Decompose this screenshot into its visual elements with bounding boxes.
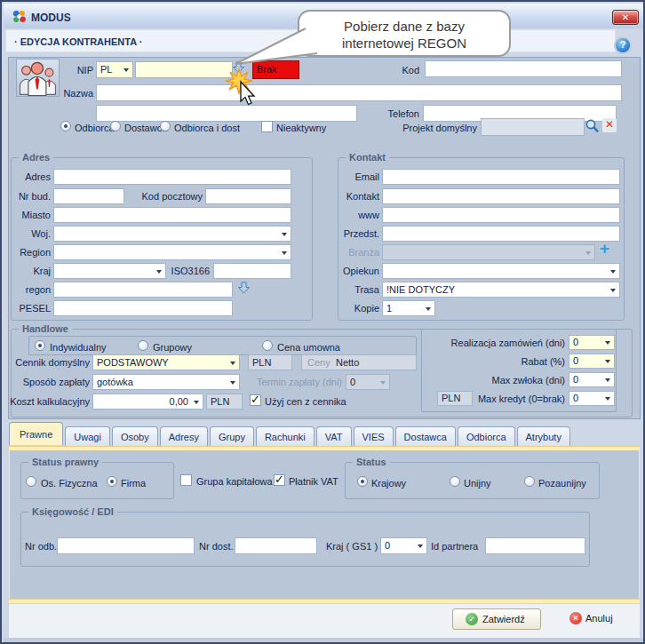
search-icon[interactable] — [585, 118, 600, 133]
uzyj-cen-checkbox[interactable] — [250, 394, 261, 406]
chevron-down-icon — [282, 251, 287, 255]
nip-country-value: PL — [100, 64, 112, 75]
tab-dostawca[interactable]: Dostawca — [395, 426, 456, 446]
radio-krajowy[interactable] — [357, 476, 368, 487]
koszt-label: Koszt kalkulacyjny — [2, 396, 90, 408]
projekt-label: Projekt domyślny — [402, 123, 477, 134]
kod-label: Kod — [393, 65, 419, 76]
chevron-down-icon — [585, 251, 591, 255]
radio-os-fizyczna-label: Os. Fizyczna — [41, 478, 98, 489]
termin-label: Termin zapłaty (dni) — [242, 377, 342, 388]
grupa-kapitalowa-checkbox[interactable] — [180, 474, 192, 486]
add-branza-icon[interactable]: + — [600, 240, 609, 257]
close-icon[interactable]: ✕ — [612, 10, 639, 25]
id-partnera-input[interactable] — [485, 537, 585, 554]
id-partnera-label: Id partnera — [431, 541, 478, 553]
ceny-field: CenyNetto — [301, 354, 417, 370]
koszt-value: 0,00 — [170, 396, 188, 407]
nr-odb-input[interactable] — [57, 537, 195, 554]
iso-input[interactable] — [213, 263, 291, 279]
nr-bud-input[interactable] — [53, 188, 124, 204]
kod-pocztowy-input[interactable] — [205, 188, 291, 204]
pesel-input[interactable] — [53, 300, 233, 316]
chevron-down-icon — [426, 307, 431, 311]
kopie-select[interactable]: 1 — [382, 300, 435, 316]
kod-input[interactable] — [425, 60, 622, 77]
projekt-clear-icon[interactable]: ✕ — [602, 118, 617, 132]
tab-grupy[interactable]: Grupy — [210, 426, 254, 446]
radio-pozaunijny[interactable] — [524, 476, 535, 487]
kredyt-label: Max kredyt (0=brak) — [476, 394, 565, 405]
button-bar — [9, 603, 640, 638]
tab-vat[interactable]: VAT — [316, 426, 352, 446]
koszt-currency-value: PLN — [211, 396, 229, 407]
kontakt-label: Kontakt — [313, 191, 379, 203]
radio-indywidualny[interactable] — [35, 340, 45, 351]
opiekun-label: Opiekun — [313, 266, 379, 277]
kraj-gs1-select[interactable]: 0 — [380, 537, 427, 554]
tab-prawne[interactable]: Prawne — [9, 422, 63, 445]
chevron-down-icon — [605, 341, 610, 345]
trasa-select[interactable]: !NIE DOTYCZY — [382, 282, 620, 298]
woj-select[interactable] — [53, 226, 291, 242]
radio-odbiorca-i-dostawca[interactable] — [160, 121, 171, 131]
radio-odbiorca[interactable] — [60, 121, 71, 131]
help-icon[interactable]: ? — [614, 36, 632, 54]
tab-uwagi[interactable]: Uwagi — [65, 426, 110, 446]
kredyt-select[interactable]: 0 — [569, 391, 615, 406]
download-regon-icon-2[interactable] — [238, 282, 250, 294]
termin-value: 0 — [350, 377, 355, 387]
tab-osoby[interactable]: Osoby — [112, 426, 158, 446]
www-input[interactable] — [382, 207, 620, 223]
cennik-select[interactable]: PODSTAWOWY — [92, 354, 240, 370]
zwloka-select[interactable]: 0 — [569, 372, 615, 387]
radio-unijny[interactable] — [450, 476, 460, 487]
tab-adresy[interactable]: Adresy — [160, 426, 208, 446]
anuluj-button[interactable]: ✕ Anuluj — [563, 608, 634, 630]
adres-group-title: Adres — [19, 152, 53, 163]
radio-grupowy[interactable] — [138, 340, 148, 351]
nazwa-input[interactable] — [96, 84, 622, 101]
sposob-select[interactable]: gotówka — [92, 374, 240, 390]
tab-rachunki[interactable]: Rachunki — [256, 426, 315, 446]
nr-dost-input[interactable] — [235, 537, 317, 554]
radio-dostawca[interactable] — [110, 121, 121, 131]
realizacja-select[interactable]: 0 — [569, 335, 615, 350]
regon-input[interactable] — [53, 282, 233, 298]
rabat-label: Rabat (%) — [425, 356, 565, 368]
projekt-input[interactable] — [481, 118, 585, 136]
zatwierdz-button[interactable]: ✓ Zatwierdź — [452, 608, 541, 630]
adres-input[interactable] — [53, 169, 291, 185]
nazwa-label: Nazwa — [57, 88, 93, 99]
email-input[interactable] — [382, 169, 620, 185]
radio-pozaunijny-label: Pozaunijny — [538, 478, 586, 489]
tab-odbiorca[interactable]: Odbiorca — [458, 426, 515, 446]
kontakt-input[interactable] — [382, 188, 620, 204]
chevron-down-icon — [156, 270, 162, 274]
termin-select: 0 — [346, 374, 390, 390]
kod-pocztowy-label: Kod pocztowy — [126, 191, 203, 203]
tab-vies[interactable]: VIES — [354, 426, 394, 446]
tab-atrybuty[interactable]: Atrybuty — [517, 426, 570, 446]
branza-select[interactable] — [382, 244, 595, 260]
rabat-select[interactable]: 0 — [569, 354, 615, 369]
kredyt-currency-value: PLN — [442, 393, 460, 403]
miasto-input[interactable] — [53, 207, 291, 223]
radio-cena-umowna[interactable] — [262, 340, 273, 351]
region-select[interactable] — [53, 244, 291, 260]
koszt-currency-field: PLN — [206, 394, 243, 409]
kraj-select[interactable] — [53, 263, 166, 279]
platnik-vat-checkbox[interactable] — [274, 474, 285, 486]
nieaktywny-checkbox[interactable] — [261, 121, 273, 132]
kopie-label: Kopie — [313, 303, 379, 314]
koszt-input[interactable]: 0,00 — [92, 394, 203, 409]
radio-firma[interactable] — [107, 476, 117, 487]
nip-country-select[interactable]: PL — [96, 61, 133, 78]
cancel-x-icon: ✕ — [569, 612, 582, 624]
radio-os-fizyczna[interactable] — [26, 476, 36, 487]
przedst-input[interactable] — [382, 226, 620, 242]
opiekun-select[interactable] — [382, 263, 620, 279]
kontakt-group-title: Kontakt — [346, 152, 389, 163]
nip-input[interactable] — [135, 61, 233, 78]
mouse-cursor-icon — [224, 68, 259, 110]
